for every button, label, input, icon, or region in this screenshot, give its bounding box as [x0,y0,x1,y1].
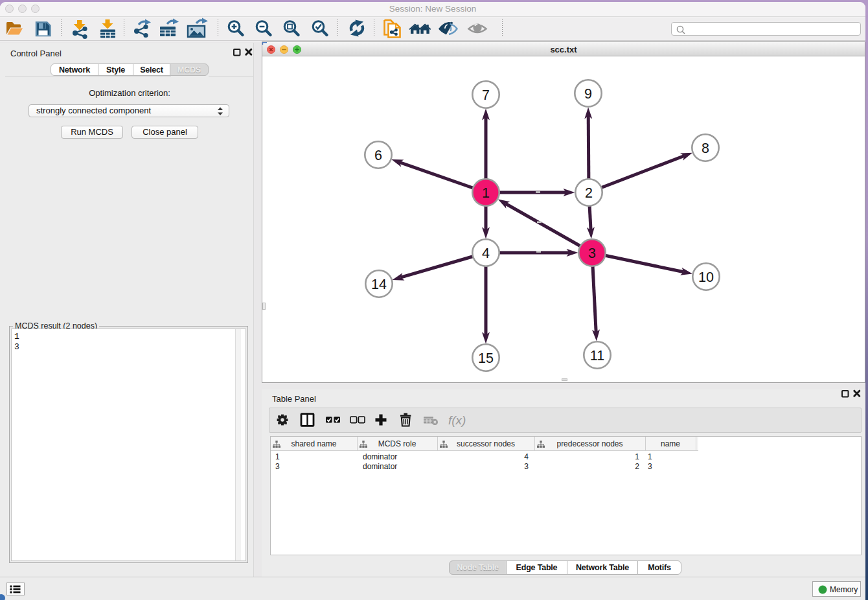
svg-text:4: 4 [482,246,490,261]
svg-text:9: 9 [584,86,592,102]
svg-text:10: 10 [698,270,714,285]
svg-text:7: 7 [482,87,490,103]
svg-text:11: 11 [590,348,604,363]
svg-text:2: 2 [585,185,593,201]
svg-text:14: 14 [371,277,387,292]
svg-text:15: 15 [478,351,494,366]
svg-text:3: 3 [588,246,596,261]
svg-text:6: 6 [374,148,382,163]
svg-text:8: 8 [702,141,709,156]
svg-text:1: 1 [482,185,490,201]
svg-text:f(x): f(x) [448,413,466,427]
